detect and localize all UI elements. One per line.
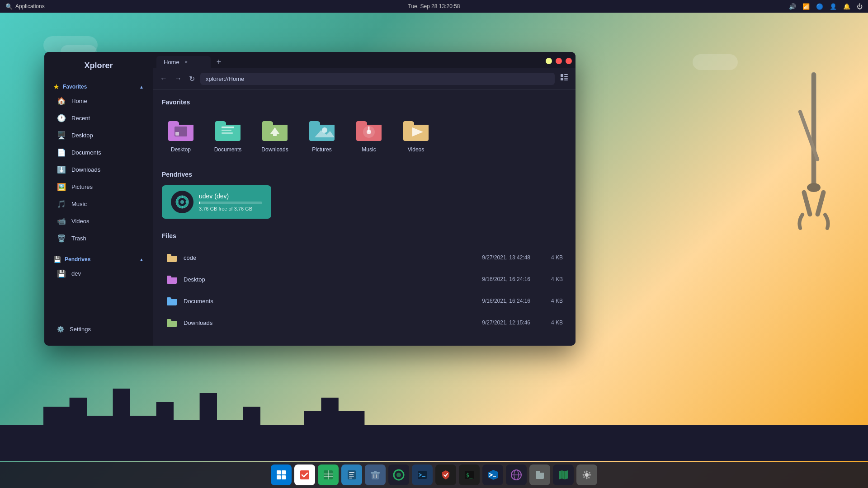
- power-icon[interactable]: ⏻: [857, 3, 863, 10]
- pendrive-size: 3.76 GB free of 3.76 GB: [199, 206, 262, 211]
- fav-pictures-label: Pictures: [312, 146, 331, 153]
- dock-app-maps[interactable]: [553, 465, 574, 485]
- svg-rect-44: [372, 473, 379, 479]
- dock-app-security[interactable]: [435, 465, 456, 485]
- sidebar-dev-label: dev: [71, 270, 81, 277]
- app-menu-label[interactable]: Applications: [15, 3, 45, 9]
- pendrives-collapse-icon[interactable]: ▲: [139, 257, 144, 262]
- file-code-size: 4 KB: [536, 254, 563, 261]
- file-desktop-name: Desktop: [184, 276, 443, 283]
- tab-close-button[interactable]: ×: [185, 59, 188, 65]
- recent-icon: 🕐: [57, 113, 66, 122]
- file-row-documents[interactable]: Documents 9/16/2021, 16:24:16 4 KB: [162, 290, 566, 312]
- sidebar-spacer: [44, 282, 153, 322]
- file-row-desktop[interactable]: Desktop 9/16/2021, 16:24:16 4 KB: [162, 268, 566, 290]
- main-content: Home × + ← → ↻: [153, 52, 576, 346]
- sidebar-music-label: Music: [71, 201, 87, 207]
- dock-app-browser[interactable]: [506, 465, 527, 485]
- taskbar-top-right: 🔊 📶 🔵 👤 🔔 ⏻: [789, 3, 863, 10]
- view-toggle-button[interactable]: [558, 72, 570, 85]
- file-row-code[interactable]: code 9/27/2021, 13:42:48 4 KB: [162, 247, 566, 268]
- file-list: code 9/27/2021, 13:42:48 4 KB Desktop 9/…: [162, 247, 566, 333]
- pendrive-item-dev[interactable]: udev (dev) 3.76 GB free of 3.76 GB: [162, 185, 271, 219]
- taskbar-top-left: 🔍 Applications: [5, 3, 45, 10]
- tab-home[interactable]: Home ×: [156, 56, 211, 68]
- dock-app-spreadsheet[interactable]: [318, 465, 339, 485]
- sidebar-favorites-header[interactable]: ★ Favorites ▲: [44, 80, 153, 92]
- sidebar-settings[interactable]: ⚙️ Settings: [48, 322, 149, 336]
- sidebar-item-desktop[interactable]: 🖥️ Desktop: [48, 127, 149, 143]
- address-input[interactable]: [200, 73, 555, 85]
- sidebar-item-pictures[interactable]: 🖼️ Pictures: [48, 178, 149, 195]
- dock-app-disk[interactable]: [388, 465, 409, 485]
- dock-app-code-editor[interactable]: [482, 465, 503, 485]
- svg-point-2: [807, 183, 821, 192]
- files-section: Files code 9/27/2021, 13:42:48 4 KB: [162, 232, 566, 333]
- svg-point-62: [585, 473, 589, 477]
- fav-item-music[interactable]: Music: [350, 113, 388, 157]
- pendrive-bar-fill: [199, 202, 200, 204]
- window-close-button[interactable]: [566, 58, 572, 64]
- pictures-icon: 🖼️: [57, 182, 66, 191]
- pendrive-usage-bar: [199, 202, 262, 204]
- dock-app-terminal[interactable]: [412, 465, 433, 485]
- window-minimize-button[interactable]: [546, 58, 552, 64]
- nav-forward-button[interactable]: →: [173, 73, 184, 84]
- bluetooth-icon[interactable]: 🔵: [816, 3, 823, 10]
- volume-icon[interactable]: 🔊: [789, 3, 796, 10]
- file-documents-size: 4 KB: [536, 298, 563, 304]
- cloud-decoration-1: [43, 36, 98, 54]
- svg-rect-46: [374, 471, 377, 472]
- fav-item-documents[interactable]: Documents: [209, 113, 247, 157]
- svg-marker-59: [559, 470, 568, 479]
- tab-add-button[interactable]: +: [212, 56, 225, 68]
- notification-icon[interactable]: 🔔: [843, 3, 850, 10]
- dock-app-system-settings[interactable]: [576, 465, 597, 485]
- dock-app-files[interactable]: [271, 465, 292, 485]
- dock-app-shell[interactable]: $_: [459, 465, 480, 485]
- favorites-collapse-icon[interactable]: ▲: [139, 84, 144, 89]
- fav-item-desktop[interactable]: Desktop: [162, 113, 200, 157]
- pendrives-section: Pendrives udev: [162, 171, 566, 219]
- cloud-decoration-3: [693, 54, 738, 70]
- svg-rect-14: [222, 130, 231, 131]
- fav-item-videos[interactable]: Videos: [397, 113, 435, 157]
- wifi-icon[interactable]: 📶: [802, 3, 810, 10]
- svg-rect-32: [277, 475, 281, 479]
- file-documents-date: 9/16/2021, 16:24:16: [449, 298, 530, 304]
- file-downloads-date: 9/27/2021, 12:15:46: [449, 319, 530, 326]
- dock-app-writer[interactable]: [341, 465, 362, 485]
- file-row-downloads[interactable]: Downloads 9/27/2021, 12:15:46 4 KB: [162, 312, 566, 333]
- sidebar-item-videos[interactable]: 📹 Videos: [48, 213, 149, 229]
- svg-rect-8: [561, 78, 563, 80]
- sidebar-item-documents[interactable]: 📄 Documents: [48, 144, 149, 160]
- svg-rect-6: [564, 74, 568, 75]
- sidebar-item-recent[interactable]: 🕐 Recent: [48, 110, 149, 126]
- fav-item-pictures[interactable]: Pictures: [303, 113, 341, 157]
- svg-rect-45: [371, 472, 380, 474]
- sidebar-item-downloads[interactable]: ⬇️ Downloads: [48, 161, 149, 178]
- dock-app-file-manager[interactable]: [529, 465, 550, 485]
- sidebar-home-label: Home: [71, 98, 87, 104]
- sidebar-pendrives-header[interactable]: 💾 Pendrives ▲: [44, 252, 153, 265]
- svg-text:$_: $_: [466, 472, 473, 479]
- pendrives-label: Pendrives: [65, 256, 90, 263]
- sidebar-item-music[interactable]: 🎵 Music: [48, 196, 149, 212]
- sidebar-item-trash[interactable]: 🗑️ Trash: [48, 230, 149, 246]
- nav-refresh-button[interactable]: ↻: [187, 73, 197, 85]
- settings-icon: ⚙️: [57, 326, 64, 333]
- downloads-icon: ⬇️: [57, 165, 66, 174]
- user-icon[interactable]: 👤: [830, 3, 837, 10]
- skyline-decoration: [0, 371, 868, 461]
- dock-app-trash[interactable]: [365, 465, 386, 485]
- sidebar-documents-label: Documents: [71, 149, 101, 156]
- sidebar-desktop-label: Desktop: [71, 132, 93, 139]
- nav-back-button[interactable]: ←: [158, 73, 169, 84]
- sidebar-item-dev[interactable]: 💾 dev: [48, 265, 149, 282]
- fav-item-downloads[interactable]: Downloads: [256, 113, 294, 157]
- sidebar-item-home[interactable]: 🏠 Home: [48, 93, 149, 109]
- desktop-icon: 🖥️: [57, 131, 66, 140]
- svg-rect-7: [564, 76, 568, 77]
- dock-app-tasks[interactable]: [294, 465, 315, 485]
- window-maximize-button[interactable]: [556, 58, 562, 64]
